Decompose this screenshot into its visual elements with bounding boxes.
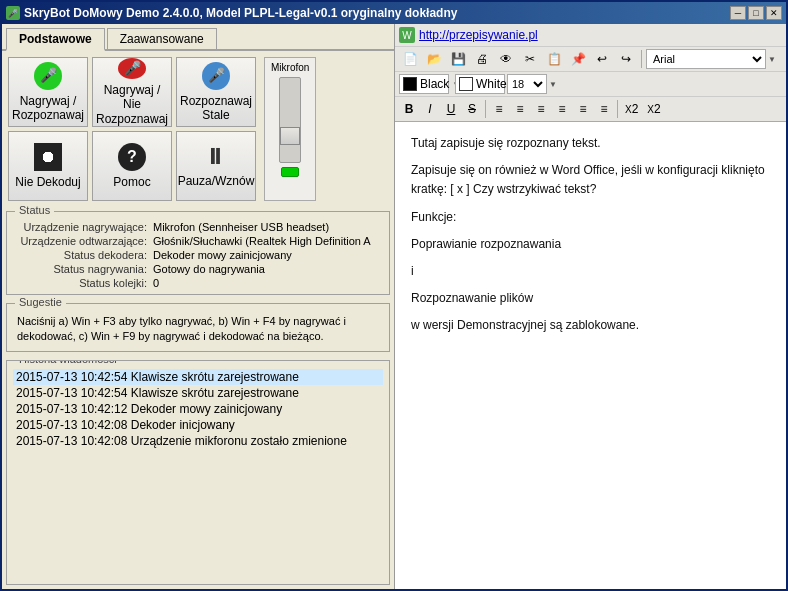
main-window: 🎤 SkryBot DoMowy Demo 2.4.0.0, Model PLP… [0,0,788,591]
sugestie-title: Sugestie [15,296,66,308]
toolbar-row3: B I U S ≡ ≡ ≡ ≡ ≡ ≡ X2 X2 [395,97,786,121]
volume-slider-container [279,77,301,177]
history-item-2: 2015-07-13 10:42:54 Klawisze skrótu zare… [13,385,383,401]
bg-color-swatch [459,77,473,91]
nagrywaj-rozpoznawaj-button[interactable]: 🎤 Nagrywaj /Rozpoznawaj [8,57,88,127]
value-odtwarzajace: Głośnik/Słuchawki (Realtek High Definiti… [153,235,371,247]
align-left-button[interactable]: ≡ [489,99,509,119]
align-center-button[interactable]: ≡ [510,99,530,119]
text-color-label: Black [420,77,449,91]
history-item-5: 2015-07-13 10:42:08 Urządzenie mikforonu… [13,433,383,449]
font-size-selector[interactable]: 18 [507,74,547,94]
right-toolbar: W http://przepisywanie.pl 📄 📂 💾 🖨 👁 ✂ 📋 … [395,24,786,122]
slider-track [279,77,301,163]
toolbar-row2: Black ▼ White ▼ 18 ▼ [395,72,786,97]
maximize-button[interactable]: □ [748,6,764,20]
action-buttons-grid: 🎤 Nagrywaj /Rozpoznawaj 🎤 Nagrywaj / Nie… [8,57,256,201]
subscript-button[interactable]: X2 [621,99,642,119]
minimize-button[interactable]: ─ [730,6,746,20]
align-right-button[interactable]: ≡ [531,99,551,119]
print-button[interactable]: 🖨 [471,49,493,69]
italic-button[interactable]: I [420,99,440,119]
historia-title: Historia wiadomości [15,360,121,365]
status-row-dekoder: Status dekodera: Dekoder mowy zainicjowa… [13,248,383,262]
underline-button[interactable]: U [441,99,461,119]
format-separator2 [617,100,618,118]
text-editor-content[interactable]: Tutaj zapisuje się rozpoznany tekst. Zap… [395,122,786,589]
label-odtwarzajace: Urządzenie odtwarzające: [13,235,153,247]
right-panel: W http://przepisywanie.pl 📄 📂 💾 🖨 👁 ✂ 📋 … [395,24,786,589]
window-controls: ─ □ ✕ [730,6,782,20]
mikrofon-label: Mikrofon [271,62,309,73]
main-content: Podstawowe Zaawansowane 🎤 Nagrywaj /Rozp… [2,24,786,589]
status-body: Urządzenie nagrywające: Mikrofon (Sennhe… [7,216,389,294]
value-kolejki: 0 [153,277,159,289]
url-bar: W http://przepisywanie.pl [395,24,786,47]
text-color-swatch [403,77,417,91]
label-nagrywajace: Urządzenie nagrywające: [13,221,153,233]
nie-dekoduj-button[interactable]: ⏺ Nie Dekoduj [8,131,88,201]
redo-button[interactable]: ↪ [615,49,637,69]
window-title: SkryBot DoMowy Demo 2.4.0.0, Model PLPL-… [24,6,457,20]
outdent-button[interactable]: ≡ [594,99,614,119]
bold-button[interactable]: B [399,99,419,119]
bg-color-label: White [476,77,507,91]
pause-icon: ⏸ [204,144,228,170]
titlebar: 🎤 SkryBot DoMowy Demo 2.4.0.0, Model PLP… [2,2,786,24]
status-section-title: Status [15,204,54,216]
rozpoznawaj-stale-button[interactable]: 🎤 RozpoznawajStale [176,57,256,127]
buttons-area: 🎤 Nagrywaj /Rozpoznawaj 🎤 Nagrywaj / Nie… [2,51,394,207]
content-line4: Poprawianie rozpoznawania [411,235,770,254]
history-item-4: 2015-07-13 10:42:08 Dekoder inicjowany [13,417,383,433]
save-button[interactable]: 💾 [447,49,469,69]
url-link[interactable]: http://przepisywanie.pl [419,28,538,42]
preview-button[interactable]: 👁 [495,49,517,69]
open-button[interactable]: 📂 [423,49,445,69]
close-button[interactable]: ✕ [766,6,782,20]
strikethrough-button[interactable]: S [462,99,482,119]
label-nagrywania: Status nagrywania: [13,263,153,275]
superscript-button[interactable]: X2 [643,99,664,119]
copy-button[interactable]: 📋 [543,49,565,69]
indent-button[interactable]: ≡ [573,99,593,119]
stop-icon: ⏺ [34,143,62,171]
size-chevron-icon: ▼ [549,80,557,89]
mic-blue-icon: 🎤 [202,62,230,90]
content-line7: w wersji Demonstracyjnej są zablokowane. [411,316,770,335]
app-icon: 🎤 [6,6,20,20]
sugestie-text: Naciśnij a) Win + F3 aby tylko nagrywać,… [13,312,383,347]
font-selector[interactable]: Arial [646,49,766,69]
tab-podstawowe[interactable]: Podstawowe [6,28,105,51]
label-kolejki: Status kolejki: [13,277,153,289]
align-justify-button[interactable]: ≡ [552,99,572,119]
led-indicator [281,167,299,177]
tab-zaawansowane[interactable]: Zaawansowane [107,28,217,49]
status-row-nagrywajace: Urządzenie nagrywające: Mikrofon (Sennhe… [13,220,383,234]
value-nagrywajace: Mikrofon (Sennheiser USB headset) [153,221,329,233]
sugestie-body: Naciśnij a) Win + F3 aby tylko nagrywać,… [7,308,389,351]
site-icon: W [399,27,415,43]
sugestie-section: Sugestie Naciśnij a) Win + F3 aby tylko … [6,303,390,352]
font-chevron-icon: ▼ [768,55,776,64]
pauza-wznow-button[interactable]: ⏸ Pauza/Wznów [176,131,256,201]
paste-button[interactable]: 📌 [567,49,589,69]
cut-button[interactable]: ✂ [519,49,541,69]
content-line2: Zapisuje się on również w Word Office, j… [411,161,770,199]
left-panel: Podstawowe Zaawansowane 🎤 Nagrywaj /Rozp… [2,24,395,589]
history-item-3: 2015-07-13 10:42:12 Dekoder mowy zainicj… [13,401,383,417]
tab-bar: Podstawowe Zaawansowane [2,24,394,51]
toolbar-separator [641,50,642,68]
value-dekoder: Dekoder mowy zainicjowany [153,249,292,261]
slider-thumb[interactable] [280,127,300,145]
new-button[interactable]: 📄 [399,49,421,69]
mikrofon-control: Mikrofon [264,57,316,201]
nagrywaj-nie-rozpoznawaj-button[interactable]: 🎤 Nagrywaj / NieRozpoznawaj [92,57,172,127]
status-row-odtwarzajace: Urządzenie odtwarzające: Głośnik/Słuchaw… [13,234,383,248]
text-color-selector[interactable]: Black ▼ [399,74,449,94]
undo-button[interactable]: ↩ [591,49,613,69]
bg-color-selector[interactable]: White ▼ [455,74,505,94]
content-line3: Funkcje: [411,208,770,227]
pomoc-button[interactable]: ? Pomoc [92,131,172,201]
format-separator [485,100,486,118]
historia-section: Historia wiadomości 2015-07-13 10:42:54 … [6,360,390,585]
